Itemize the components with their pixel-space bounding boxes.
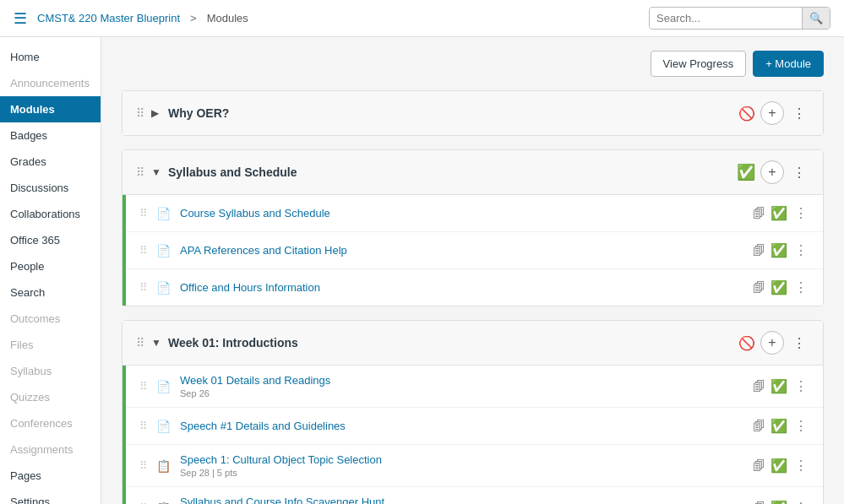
module-week01: ⠿ ▼ Week 01: Introductions 🚫 + ⋮ ⠿ 📄 Wee… bbox=[122, 320, 824, 504]
sidebar-item-modules[interactable]: Modules bbox=[0, 96, 101, 122]
item-title[interactable]: Speech #1 Details and Guidelines bbox=[180, 420, 753, 432]
module-add-item-button[interactable]: + bbox=[760, 101, 784, 125]
no-entry-icon: 🚫 bbox=[738, 106, 755, 122]
module-why-oer-header: ⠿ ▶ Why OER? 🚫 + ⋮ bbox=[123, 91, 823, 135]
item-drag-handle[interactable]: ⠿ bbox=[139, 281, 148, 294]
module-syllabus-items: ⠿ 📄 Course Syllabus and Schedule 🗐 ✅ ⋮ ⠿… bbox=[123, 195, 823, 306]
item-kebab-button[interactable]: ⋮ bbox=[792, 416, 809, 436]
published-icon: ✅ bbox=[770, 378, 787, 394]
copy-icon[interactable]: 🗐 bbox=[753, 280, 765, 295]
add-module-button[interactable]: + Module bbox=[753, 51, 824, 77]
collapse-arrow-icon[interactable]: ▼ bbox=[151, 166, 163, 178]
search-button[interactable]: 🔍 bbox=[802, 8, 830, 29]
topnav: ☰ CMST& 220 Master Blueprint > Modules 🔍 bbox=[0, 0, 844, 37]
copy-icon[interactable]: 🗐 bbox=[753, 379, 765, 393]
item-title-group: Speech 1: Cultural Object Topic Selectio… bbox=[180, 453, 753, 478]
item-kebab-button[interactable]: ⋮ bbox=[792, 456, 809, 475]
copy-icon[interactable]: 🗐 bbox=[753, 419, 765, 433]
module-item: ⠿ 📄 Office and Hours Information 🗐 ✅ ⋮ bbox=[126, 269, 823, 306]
module-kebab-button[interactable]: ⋮ bbox=[789, 333, 809, 353]
drag-handle-icon[interactable]: ⠿ bbox=[136, 336, 144, 350]
published-icon: ✅ bbox=[770, 205, 787, 221]
copy-icon[interactable]: 🗐 bbox=[753, 243, 765, 257]
item-actions: 🗐 ✅ ⋮ bbox=[753, 241, 809, 260]
copy-icon[interactable]: 🗐 bbox=[753, 206, 765, 220]
item-drag-handle[interactable]: ⠿ bbox=[139, 244, 148, 257]
sidebar-item-badges[interactable]: Badges bbox=[0, 122, 101, 149]
item-kebab-button[interactable]: ⋮ bbox=[792, 498, 809, 504]
sidebar-item-search[interactable]: Search bbox=[0, 279, 101, 306]
item-actions: 🗐 ✅ ⋮ bbox=[753, 498, 809, 504]
assignment-icon: 📋 bbox=[155, 500, 172, 505]
module-item: ⠿ 📋 Syllabus and Course Info Scavenger H… bbox=[126, 487, 823, 504]
item-drag-handle[interactable]: ⠿ bbox=[139, 380, 148, 393]
item-actions: 🗐 ✅ ⋮ bbox=[753, 456, 809, 475]
item-kebab-button[interactable]: ⋮ bbox=[792, 278, 809, 297]
sidebar-item-conferences: Conferences bbox=[0, 410, 101, 436]
published-icon: ✅ bbox=[770, 242, 787, 258]
hamburger-icon[interactable]: ☰ bbox=[14, 9, 27, 28]
item-actions: 🗐 ✅ ⋮ bbox=[753, 377, 809, 396]
sidebar: Home Announcements Modules Badges Grades… bbox=[0, 37, 101, 504]
published-icon: ✅ bbox=[770, 279, 787, 295]
module-syllabus-header: ⠿ ▼ Syllabus and Schedule ✅ + ⋮ bbox=[123, 150, 823, 195]
sidebar-item-grades[interactable]: Grades bbox=[0, 149, 101, 175]
page-icon: 📄 bbox=[155, 418, 172, 435]
item-kebab-button[interactable]: ⋮ bbox=[792, 377, 809, 396]
search-box: 🔍 bbox=[649, 7, 830, 30]
sidebar-item-people[interactable]: People bbox=[0, 253, 101, 279]
published-check-icon: ✅ bbox=[737, 163, 755, 182]
breadcrumb-current: Modules bbox=[207, 12, 248, 24]
module-week01-items: ⠿ 📄 Week 01 Details and Readings Sep 26 … bbox=[123, 366, 823, 504]
item-drag-handle[interactable]: ⠿ bbox=[139, 207, 148, 219]
module-kebab-button[interactable]: ⋮ bbox=[789, 104, 809, 123]
item-title[interactable]: APA References and Citation Help bbox=[180, 244, 753, 257]
item-kebab-button[interactable]: ⋮ bbox=[792, 203, 809, 223]
module-item: ⠿ 📄 Week 01 Details and Readings Sep 26 … bbox=[126, 366, 823, 408]
item-title[interactable]: Syllabus and Course Info Scavenger Hunt bbox=[180, 496, 753, 504]
assignment-icon: 📋 bbox=[155, 458, 172, 474]
module-add-item-button[interactable]: + bbox=[760, 160, 784, 184]
item-kebab-button[interactable]: ⋮ bbox=[792, 241, 809, 260]
search-input[interactable] bbox=[650, 8, 802, 28]
sidebar-item-settings[interactable]: Settings bbox=[0, 489, 101, 504]
item-actions: 🗐 ✅ ⋮ bbox=[753, 416, 809, 436]
sidebar-item-discussions[interactable]: Discussions bbox=[0, 175, 101, 201]
item-title[interactable]: Speech 1: Cultural Object Topic Selectio… bbox=[180, 453, 753, 466]
module-why-oer: ⠿ ▶ Why OER? 🚫 + ⋮ bbox=[122, 90, 824, 136]
module-item: ⠿ 📄 APA References and Citation Help 🗐 ✅… bbox=[126, 232, 823, 269]
sidebar-item-assignments: Assignments bbox=[0, 436, 101, 463]
item-drag-handle[interactable]: ⠿ bbox=[139, 420, 148, 432]
page-icon: 📄 bbox=[155, 242, 172, 259]
item-title[interactable]: Week 01 Details and Readings bbox=[180, 374, 753, 387]
drag-handle-icon[interactable]: ⠿ bbox=[136, 106, 144, 120]
sidebar-item-collaborations[interactable]: Collaborations bbox=[0, 201, 101, 227]
module-add-item-button[interactable]: + bbox=[760, 331, 784, 355]
collapse-arrow-icon[interactable]: ▼ bbox=[151, 337, 163, 349]
published-icon: ✅ bbox=[770, 500, 787, 504]
page-icon: 📄 bbox=[155, 378, 172, 395]
sidebar-item-outcomes: Outcomes bbox=[0, 306, 101, 332]
breadcrumb-course[interactable]: CMST& 220 Master Blueprint bbox=[37, 12, 180, 24]
item-title[interactable]: Office and Hours Information bbox=[180, 281, 753, 294]
item-drag-handle[interactable]: ⠿ bbox=[139, 459, 148, 472]
page-icon: 📄 bbox=[155, 279, 172, 296]
sidebar-item-office365[interactable]: Office 365 bbox=[0, 227, 101, 253]
item-title-group: Office and Hours Information bbox=[180, 281, 753, 294]
item-title[interactable]: Course Syllabus and Schedule bbox=[180, 207, 753, 219]
sidebar-item-quizzes: Quizzes bbox=[0, 384, 101, 410]
page-icon: 📄 bbox=[155, 205, 172, 222]
sidebar-item-home[interactable]: Home bbox=[0, 44, 101, 70]
copy-icon[interactable]: 🗐 bbox=[753, 458, 765, 473]
no-entry-icon: 🚫 bbox=[738, 335, 755, 351]
collapse-arrow-icon[interactable]: ▶ bbox=[151, 107, 163, 119]
view-progress-button[interactable]: View Progress bbox=[651, 51, 747, 77]
module-kebab-button[interactable]: ⋮ bbox=[789, 163, 809, 182]
breadcrumb-separator: > bbox=[190, 12, 197, 24]
published-icon: ✅ bbox=[770, 458, 787, 474]
drag-handle-icon[interactable]: ⠿ bbox=[136, 165, 144, 179]
item-actions: 🗐 ✅ ⋮ bbox=[753, 203, 809, 223]
copy-icon[interactable]: 🗐 bbox=[753, 501, 765, 504]
sidebar-item-pages[interactable]: Pages bbox=[0, 463, 101, 489]
module-week01-header: ⠿ ▼ Week 01: Introductions 🚫 + ⋮ bbox=[123, 321, 823, 366]
